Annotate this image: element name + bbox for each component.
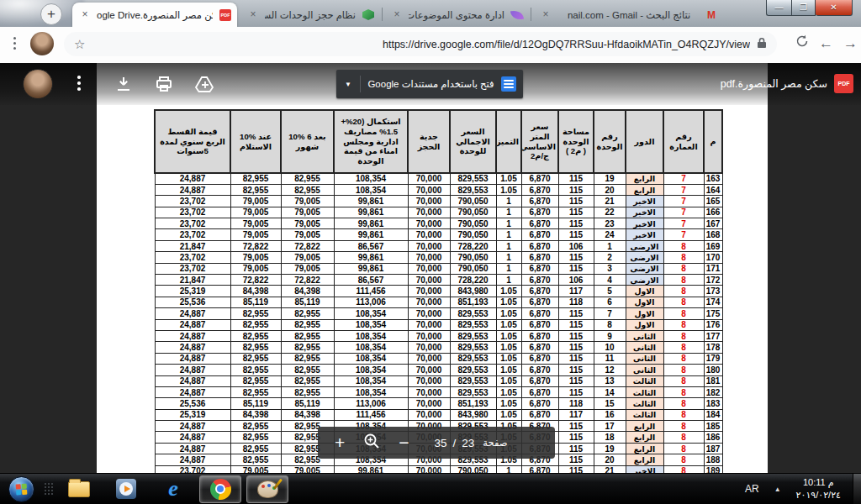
taskbar-media-player-button[interactable] [105,475,147,503]
nav-buttons: ← → [795,34,858,52]
more-options-icon[interactable] [77,76,81,91]
back-icon[interactable]: → [843,35,858,52]
table-cell: 84,398 [281,409,334,420]
cell-floor: الرابع [626,454,663,465]
omnibox[interactable]: ☆ https://drive.google.com/file/d/12OgDQ… [64,32,777,56]
download-icon[interactable] [114,74,134,94]
pdf-icon: PDF [219,9,231,21]
table-cell: 1.05 [496,375,521,386]
table-cell: 175 [704,308,722,319]
cell-floor: الاول [626,297,663,307]
table-cell: 6,870 [521,375,558,386]
table-cell: 115 [558,207,594,218]
table-cell: 168 [704,229,722,240]
table-cell: 1.05 [496,319,521,330]
cell-floor: الثالث [626,386,663,397]
table-row: 1898الاخير211156,8701790,05070,00099,861… [155,465,722,473]
table-row: 1738الاول51176,8701.05843,98070,000111,4… [155,286,722,297]
table-cell: 70,000 [408,365,450,375]
browser-menu-icon[interactable] [13,37,16,50]
profile-avatar[interactable] [30,32,54,55]
table-cell: 99,861 [334,196,408,207]
table-cell: 115 [558,263,594,274]
column-header: الدور [626,110,663,173]
table-cell: 82,955 [230,353,281,364]
taskbar-clock[interactable]: 10:11 م ٢٠١٩/٠٢/٢٤ [796,476,841,501]
table-cell: 6,870 [521,173,558,184]
table-cell: 16 [594,409,626,420]
table-cell: 6,870 [521,398,558,409]
table-cell: 79,005 [281,207,334,218]
tab-booking-system[interactable]: × نظام حجز الوحدات السكنية [240,3,380,27]
close-window-button[interactable]: ✕ [816,0,853,16]
close-icon[interactable]: × [78,8,92,22]
table-cell: 1 [496,465,521,473]
url-text[interactable]: https://drive.google.com/file/d/12OgDQ7R… [85,39,750,50]
add-to-drive-icon[interactable] [194,74,214,94]
cell-floor: الثانى [626,330,663,341]
table-cell: 6,870 [521,240,558,251]
table-cell: 6,870 [521,286,558,297]
table-cell: 169 [704,240,722,251]
table-cell: 790,050 [450,218,496,229]
table-cell: 84,398 [230,286,281,297]
tab-gmail-search[interactable]: × nail.com - Gmail - نتائج البحث M [533,3,725,27]
cell-floor: الارضى [626,263,663,274]
drive-viewer: مرقم العمارةالدوررقم الوحدةمساحة الوحدة … [0,63,861,473]
tab-label: nail.com - Gmail - نتائج البحث [557,9,700,21]
zoom-in-button[interactable]: + [335,433,345,453]
table-cell: 165 [704,196,722,207]
maximize-button[interactable]: ❐ [791,0,816,16]
zoom-magnifier-icon[interactable] [363,433,380,453]
tab-content-admin[interactable]: × ادارة محتوى الموضوعات (2041) [384,3,529,27]
table-cell: 79,005 [230,465,281,473]
table-cell: 11 [594,353,626,364]
column-header: جدية الحجز [408,110,450,173]
tab-drive-pdf[interactable]: × ogle Drive.سكن مصر المنصورة PDF [72,3,237,27]
table-cell: 99,861 [334,465,408,473]
close-icon[interactable]: × [390,8,404,22]
taskbar-paint-button[interactable] [246,475,288,503]
chevron-down-icon[interactable]: ▼ [336,81,360,88]
new-tab-button[interactable]: + [40,3,62,25]
table-cell: 851,193 [450,398,496,409]
reload-icon[interactable] [795,34,809,52]
table-cell: 115 [558,196,594,207]
table-row: 1778الثانى91156,8701.05829,55370,000108,… [155,330,722,341]
taskbar-chrome-button[interactable] [199,475,241,503]
cell-building-number: 8 [663,375,704,386]
table-row: 1677الاخير231156,8701790,05070,00099,861… [155,218,722,229]
table-cell: 82,955 [281,319,334,330]
start-button[interactable] [8,476,34,502]
user-avatar[interactable] [23,69,53,99]
zoom-out-button[interactable]: − [399,433,409,453]
bookmark-star-icon[interactable]: ☆ [74,37,85,52]
tray-chevron-icon[interactable]: ▲ [774,486,781,493]
current-page[interactable]: 23 [462,437,474,449]
gmail-icon: M [707,9,719,21]
table-cell: 72,822 [230,275,281,286]
table-cell: 85,119 [281,398,334,409]
pdf-icon: PDF [834,74,853,93]
page-indicator[interactable]: 35 / 23 [435,437,475,449]
close-icon[interactable]: × [246,8,260,22]
language-indicator[interactable]: AR [745,483,759,495]
media-player-icon [116,479,136,499]
open-with-docs-button[interactable]: ▼ فتح باستخدام مستندات Google [336,70,523,98]
print-icon[interactable] [154,74,174,94]
cell-building-number: 8 [663,342,704,353]
clock-time: 10:11 م [796,476,841,489]
close-icon[interactable]: × [539,8,552,22]
cell-floor: الاول [626,286,663,297]
table-cell: 111,456 [334,409,408,420]
table-cell: 82,955 [230,443,281,454]
table-cell: 829,553 [450,386,496,397]
minimize-button[interactable]: — [766,0,791,16]
taskbar-explorer-button[interactable] [58,475,100,503]
forward-icon[interactable]: ← [819,35,833,52]
show-desktop-button[interactable] [853,474,861,504]
table-cell: 180 [704,365,722,375]
taskbar-ie-button[interactable]: e [152,475,194,503]
table-cell: 728,220 [450,275,496,286]
lock-icon[interactable] [757,37,767,52]
